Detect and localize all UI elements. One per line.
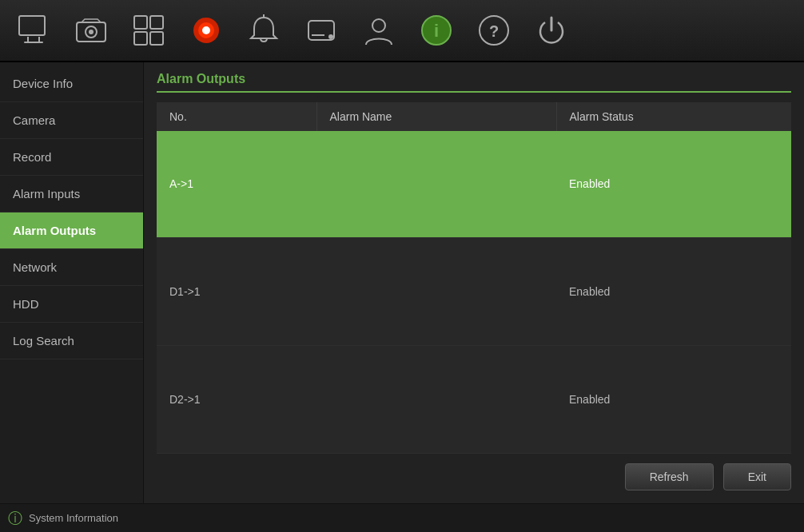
status-bar-icon: ⓘ <box>8 509 22 528</box>
cell-alarm-status: Enabled <box>556 131 791 237</box>
hdd-icon[interactable] <box>296 5 347 56</box>
cell-no: D1->1 <box>157 237 316 345</box>
col-header-alarm-name: Alarm Name <box>316 102 556 131</box>
svg-point-19 <box>372 19 385 32</box>
status-bar: ⓘ System Information <box>0 503 804 532</box>
status-bar-text: System Information <box>29 512 118 524</box>
power-icon[interactable] <box>526 5 577 56</box>
svg-rect-10 <box>134 32 147 45</box>
cell-alarm-name <box>316 237 556 345</box>
table-header-row: No. Alarm Name Alarm Status <box>157 102 791 131</box>
svg-point-14 <box>202 26 210 34</box>
cell-alarm-status: Enabled <box>556 345 791 453</box>
svg-point-17 <box>328 34 333 39</box>
sidebar-item-log-search[interactable]: Log Search <box>0 323 143 359</box>
alarm-table: No. Alarm Name Alarm Status A->1EnabledD… <box>157 102 791 454</box>
info-icon[interactable]: i <box>411 5 462 56</box>
svg-text:i: i <box>434 21 439 41</box>
refresh-button[interactable]: Refresh <box>625 463 714 490</box>
toolbar: i ? <box>0 0 804 62</box>
col-header-no: No. <box>157 102 316 131</box>
cell-alarm-status: Enabled <box>556 237 791 345</box>
grid-icon[interactable] <box>123 5 174 56</box>
sidebar-item-network[interactable]: Network <box>0 249 143 286</box>
svg-rect-3 <box>24 42 43 43</box>
table-row[interactable]: D2->1Enabled <box>157 345 791 453</box>
cell-no: A->1 <box>157 131 316 237</box>
buttons-row: Refresh Exit <box>157 454 791 494</box>
svg-rect-9 <box>150 16 163 29</box>
table-row[interactable]: D1->1Enabled <box>157 237 791 345</box>
content-area: Alarm Outputs No. Alarm Name Alarm Statu… <box>144 62 804 503</box>
svg-point-7 <box>89 30 94 34</box>
svg-rect-8 <box>134 16 147 29</box>
camera-icon[interactable] <box>66 5 117 56</box>
sidebar-item-record[interactable]: Record <box>0 139 143 176</box>
sidebar-item-hdd[interactable]: HDD <box>0 286 143 323</box>
sidebar: Device Info Camera Record Alarm Inputs A… <box>0 62 144 503</box>
sidebar-item-camera[interactable]: Camera <box>0 102 143 139</box>
sidebar-item-alarm-inputs[interactable]: Alarm Inputs <box>0 176 143 212</box>
svg-rect-1 <box>27 37 29 42</box>
record-icon[interactable] <box>181 5 232 56</box>
cell-alarm-name <box>316 131 556 237</box>
exit-button[interactable]: Exit <box>723 463 791 490</box>
monitor-icon[interactable] <box>8 5 59 56</box>
user-icon[interactable] <box>353 5 404 56</box>
alarm-bell-icon[interactable] <box>238 5 289 56</box>
svg-text:?: ? <box>489 22 499 40</box>
table-row[interactable]: A->1Enabled <box>157 131 791 237</box>
main-layout: Device Info Camera Record Alarm Inputs A… <box>0 62 804 503</box>
svg-rect-11 <box>150 32 163 45</box>
svg-rect-2 <box>38 37 40 42</box>
cell-alarm-name <box>316 345 556 453</box>
svg-marker-5 <box>82 19 101 22</box>
col-header-alarm-status: Alarm Status <box>556 102 791 131</box>
page-title: Alarm Outputs <box>157 72 791 93</box>
help-icon[interactable]: ? <box>468 5 519 56</box>
cell-no: D2->1 <box>157 345 316 453</box>
sidebar-item-alarm-outputs[interactable]: Alarm Outputs <box>0 212 143 249</box>
svg-rect-0 <box>19 16 45 35</box>
sidebar-item-device-info[interactable]: Device Info <box>0 66 143 102</box>
